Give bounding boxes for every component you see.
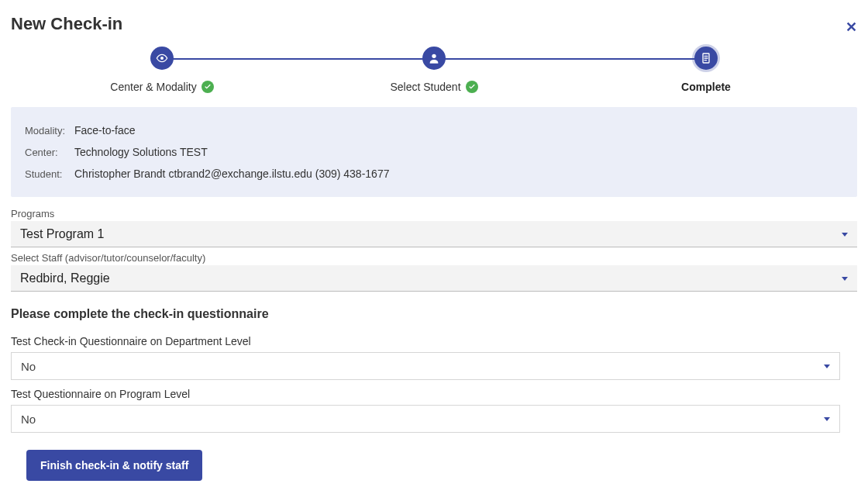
q1-value: No (21, 360, 36, 373)
stepper-step-select-student[interactable]: Select Student (368, 47, 500, 93)
stepper: Center & Modality Select Student (96, 47, 772, 93)
programs-value: Test Program 1 (20, 227, 104, 241)
q1-select[interactable]: No (11, 352, 840, 380)
svg-point-1 (432, 54, 436, 58)
summary-student: Student: Christopher Brandt ctbrand2@exc… (25, 163, 843, 185)
stepper-step-center-modality[interactable]: Center & Modality (96, 47, 228, 93)
programs-select[interactable]: Test Program 1 (11, 221, 857, 247)
summary-student-label: Student: (25, 168, 70, 180)
summary-modality-value: Face-to-face (74, 124, 136, 136)
document-icon (694, 47, 718, 70)
stepper-label: Select Student (390, 81, 460, 93)
summary-card: Modality: Face-to-face Center: Technolog… (11, 107, 857, 197)
summary-student-value: Christopher Brandt ctbrand2@exchange.ils… (74, 168, 389, 180)
svg-point-0 (160, 57, 164, 60)
q1-label: Test Check-in Questionnaire on Departmen… (11, 335, 857, 347)
staff-label: Select Staff (advisor/tutor/counselor/fa… (11, 252, 857, 264)
programs-label: Programs (11, 208, 857, 219)
summary-center-label: Center: (25, 147, 70, 158)
user-icon (422, 47, 446, 70)
staff-value: Redbird, Reggie (20, 271, 110, 285)
q2-label: Test Questionnaire on Program Level (11, 388, 857, 400)
summary-modality-label: Modality: (25, 125, 70, 136)
check-icon (202, 81, 214, 93)
finish-button[interactable]: Finish check-in & notify staff (26, 450, 202, 481)
summary-center-value: Technology Solutions TEST (74, 146, 208, 158)
q2-value: No (21, 413, 36, 426)
staff-select[interactable]: Redbird, Reggie (11, 265, 857, 292)
chevron-down-icon (824, 365, 830, 368)
stepper-step-complete[interactable]: Complete (640, 47, 772, 93)
chevron-down-icon (842, 277, 848, 281)
close-icon[interactable]: ✕ (846, 19, 857, 36)
chevron-down-icon (824, 417, 830, 421)
q2-select[interactable]: No (11, 405, 840, 433)
summary-center: Center: Technology Solutions TEST (25, 141, 843, 163)
eye-icon (150, 47, 174, 70)
check-icon (466, 81, 478, 93)
questionnaire-heading: Please complete the check-in questionnai… (11, 307, 857, 321)
summary-modality: Modality: Face-to-face (25, 119, 843, 141)
stepper-label: Complete (681, 81, 731, 93)
stepper-label: Center & Modality (110, 81, 196, 93)
chevron-down-icon (842, 233, 848, 237)
page-title: New Check-in (11, 14, 122, 34)
